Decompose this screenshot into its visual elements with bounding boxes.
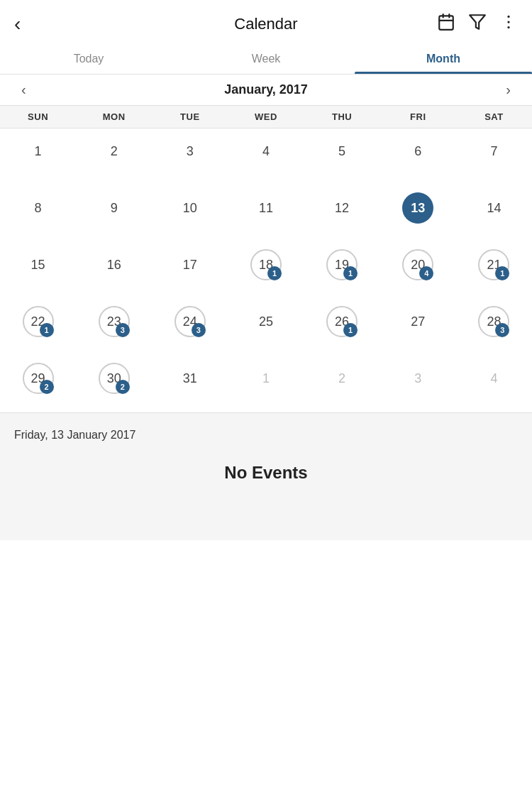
cal-day-17[interactable]: 17: [152, 242, 228, 299]
footer-section: Friday, 13 January 2017 No Events: [0, 412, 532, 540]
day-number: 10: [174, 192, 206, 224]
cal-day-25[interactable]: 25: [228, 299, 304, 356]
cal-day-4-other[interactable]: 4: [456, 356, 532, 412]
day-number: 25: [250, 306, 282, 337]
svg-point-5: [507, 16, 509, 18]
cal-day-23[interactable]: 233: [76, 299, 152, 356]
day-number: 2: [99, 136, 130, 167]
day-number: 191: [326, 249, 358, 280]
svg-rect-0: [439, 16, 453, 30]
event-badge: 1: [40, 323, 54, 337]
day-number: 6: [402, 136, 433, 167]
header-icons: [437, 13, 518, 35]
cal-day-8[interactable]: 8: [0, 185, 76, 242]
day-header-sun: SUN: [0, 111, 76, 122]
cal-day-18[interactable]: 181: [228, 242, 304, 299]
cal-day-31[interactable]: 31: [152, 356, 228, 412]
day-header-fri: FRI: [380, 111, 456, 122]
event-badge: 1: [343, 323, 358, 337]
event-badge: 3: [495, 323, 509, 337]
day-number: 2: [326, 363, 358, 394]
svg-point-6: [507, 21, 509, 23]
calendar-icon[interactable]: [437, 13, 455, 35]
cal-day-14[interactable]: 14: [456, 185, 532, 242]
cal-day-30[interactable]: 302: [76, 356, 152, 412]
next-month-button[interactable]: ›: [499, 82, 518, 98]
day-number: 7: [478, 136, 509, 167]
tab-week[interactable]: Week: [177, 43, 355, 74]
cal-day-13[interactable]: 13: [380, 185, 456, 242]
event-badge: 2: [40, 380, 54, 394]
no-events-label: No Events: [14, 463, 518, 483]
day-number: 13: [402, 192, 433, 224]
filter-icon[interactable]: [468, 13, 487, 35]
cal-day-4[interactable]: 4: [228, 128, 304, 185]
cal-day-10[interactable]: 10: [152, 185, 228, 242]
day-number: 1: [23, 136, 54, 167]
more-icon[interactable]: [499, 13, 518, 35]
event-badge: 1: [495, 266, 509, 280]
cal-day-9[interactable]: 9: [76, 185, 152, 242]
day-header-thu: THU: [304, 111, 380, 122]
cal-day-12[interactable]: 12: [304, 185, 380, 242]
day-number: 17: [174, 249, 206, 280]
day-number: 31: [174, 363, 206, 394]
day-header-wed: WED: [228, 111, 304, 122]
day-number: 27: [402, 306, 433, 337]
view-tabs: Today Week Month: [0, 43, 532, 75]
day-number: 11: [250, 192, 282, 224]
tab-month[interactable]: Month: [355, 43, 532, 74]
back-button[interactable]: ‹: [14, 14, 21, 34]
month-navigation: ‹ January, 2017 ›: [0, 75, 532, 106]
day-number: 1: [250, 363, 282, 394]
svg-marker-4: [470, 15, 485, 29]
day-header-tue: TUE: [152, 111, 228, 122]
tab-today[interactable]: Today: [0, 43, 177, 74]
day-number: 9: [99, 192, 130, 224]
day-number: 302: [99, 363, 130, 394]
cal-day-26[interactable]: 261: [304, 299, 380, 356]
cal-day-22[interactable]: 221: [0, 299, 76, 356]
day-number: 3: [402, 363, 433, 394]
day-header-sat: SAT: [456, 111, 532, 122]
day-number: 221: [23, 306, 54, 337]
header-left: ‹: [14, 14, 21, 34]
cal-day-28[interactable]: 283: [456, 299, 532, 356]
cal-day-16[interactable]: 16: [76, 242, 152, 299]
cal-day-7[interactable]: 7: [456, 128, 532, 185]
cal-day-21[interactable]: 211: [456, 242, 532, 299]
cal-day-27[interactable]: 27: [380, 299, 456, 356]
day-header-mon: MON: [76, 111, 152, 122]
app-header: ‹ Calendar: [0, 0, 532, 43]
cal-day-6[interactable]: 6: [380, 128, 456, 185]
cal-day-19[interactable]: 191: [304, 242, 380, 299]
cal-day-11[interactable]: 11: [228, 185, 304, 242]
event-badge: 3: [192, 323, 206, 337]
prev-month-button[interactable]: ‹: [14, 82, 33, 98]
cal-day-3-other[interactable]: 3: [380, 356, 456, 412]
day-number: 261: [326, 306, 358, 337]
cal-day-24[interactable]: 243: [152, 299, 228, 356]
cal-day-1-other[interactable]: 1: [228, 356, 304, 412]
cal-day-2[interactable]: 2: [76, 128, 152, 185]
day-number: 211: [478, 249, 509, 280]
cal-day-20[interactable]: 204: [380, 242, 456, 299]
event-badge: 1: [343, 266, 358, 280]
month-title: January, 2017: [33, 82, 499, 97]
cal-day-15[interactable]: 15: [0, 242, 76, 299]
event-badge: 1: [267, 266, 282, 280]
day-number: 243: [174, 306, 206, 337]
day-number: 233: [99, 306, 130, 337]
event-badge: 2: [116, 380, 130, 394]
event-badge: 4: [419, 266, 433, 280]
selected-date-label: Friday, 13 January 2017: [14, 429, 518, 442]
day-number: 14: [478, 192, 509, 224]
day-number: 12: [326, 192, 358, 224]
day-number: 283: [478, 306, 509, 337]
day-number: 204: [402, 249, 433, 280]
cal-day-29[interactable]: 292: [0, 356, 76, 412]
cal-day-2-other[interactable]: 2: [304, 356, 380, 412]
cal-day-1[interactable]: 1: [0, 128, 76, 185]
cal-day-5[interactable]: 5: [304, 128, 380, 185]
cal-day-3[interactable]: 3: [152, 128, 228, 185]
